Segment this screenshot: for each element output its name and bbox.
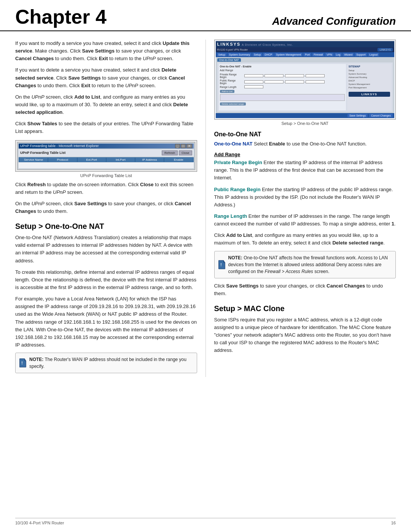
nat-intro: One-to-One NAT Select Enable to use the … [214, 140, 396, 148]
chapter-title: Chapter 4 [15, 7, 107, 27]
linksys-delete-btns: Delete selected range [220, 102, 345, 105]
private-input3[interactable] [285, 74, 304, 77]
nav-setup2[interactable]: Setup [252, 53, 262, 56]
private-input4[interactable] [306, 74, 325, 77]
note1-box: ! NOTE: The Router's WAN IP address shou… [15, 353, 197, 373]
cancel-changes-btn[interactable]: Cancel Changes [369, 114, 393, 117]
col-intport: Int.Port [107, 158, 135, 162]
add-to-list-btn[interactable]: Add to List [220, 90, 234, 93]
nav-logout[interactable]: Logout [368, 53, 379, 56]
sidebar-links: SetupSystem SummaryAdvanced RoutingDHCPS… [349, 69, 390, 89]
public-range-inputs: . . . [244, 80, 325, 83]
nat-para2: To create this relationship, define inte… [15, 268, 197, 291]
save-text: Click Save Settings to save your changes… [214, 282, 396, 297]
col-extport: Ext.Port [78, 158, 106, 162]
save-settings-btn[interactable]: Save Settings [347, 114, 368, 117]
upnp-toolbar: UPnP Forwarding Table List Refresh Close [19, 149, 194, 157]
para4: Click Show Tables to see the details of … [15, 120, 197, 135]
para3: On the UPnP screen, click Add to List, a… [15, 93, 197, 116]
page-header: Chapter 4 Advanced Configuration [0, 0, 411, 31]
linksys-subnav-tabs: One-to-One NAT [217, 58, 393, 62]
upnp-minimize[interactable]: _ [175, 144, 180, 148]
nat-para1: One-to-One NAT (Network Address Translat… [15, 234, 197, 265]
delete-range-btn[interactable]: Delete selected range [220, 102, 246, 105]
page-footer: 10/100 4-Port VPN Router 16 [15, 518, 396, 525]
linksys-logo-small: LINKSYS [349, 92, 390, 97]
public-input4[interactable] [306, 80, 325, 83]
col-ip: IP Address [135, 158, 164, 162]
linksys-nav: Setup System Summary Setup DHCP System M… [216, 52, 395, 57]
footer-left: 10/100 4-Port VPN Router [15, 521, 64, 525]
range-length-input[interactable] [244, 85, 263, 88]
nav-firewall[interactable]: Firewall [312, 53, 324, 56]
right-column: LINKSYS A Division of Cisco Systems, Inc… [206, 40, 396, 377]
private-range-text: Private Range Begin Enter the starting I… [214, 159, 396, 182]
add-range-heading: Add Range [214, 152, 396, 157]
main-content: If you want to modify a service you have… [0, 31, 411, 392]
linksys-screenshot: LINKSYS A Division of Cisco Systems, Inc… [214, 40, 396, 120]
note2-box: ! NOTE: One-to-One NAT affects how the f… [214, 251, 396, 278]
linksys-action-btns: Add to List [220, 90, 345, 93]
linksys-form-row2: Public Range Begin . . . [220, 79, 345, 85]
nav-support[interactable]: Support [355, 53, 367, 56]
nav-port[interactable]: Port [303, 53, 311, 56]
linksys-subnav: One-to-One NAT One-to-One NAT - Enable A… [216, 57, 395, 113]
para5: Click Refresh to update the on-screen in… [15, 181, 197, 196]
nav-log[interactable]: Log [335, 53, 342, 56]
upnp-title: UPnP Forwarding table - Microsoft Intern… [20, 144, 99, 148]
subnav-one-to-one[interactable]: One-to-One NAT [217, 58, 241, 62]
upnp-table-body [19, 162, 194, 168]
private-input2[interactable] [264, 74, 284, 77]
upnp-btns: Refresh Close [162, 150, 192, 155]
add-list-text: Click Add to List, and configure as many… [214, 232, 396, 247]
para6: On the UPnP screen, click Save Settings … [15, 200, 197, 215]
mac-clone-text: Some ISPs require that you register a MA… [214, 316, 396, 355]
nat-section-heading: One-to-One NAT [214, 131, 396, 138]
nav-vpn[interactable]: VPN [325, 53, 333, 56]
nav-wizard[interactable]: Wizard [342, 53, 354, 56]
nav-system[interactable]: System Management [274, 53, 303, 56]
linksys-form-row1: Private Range Begin . . . [220, 73, 345, 78]
linksys-nat-title: One-to-One NAT - Enable [220, 65, 345, 68]
linksys-brand: LINKSYS A Division of Cisco Systems, Inc… [216, 41, 395, 47]
sidebar-label: SITEMAP [349, 65, 390, 68]
upnp-close[interactable]: ✕ [186, 144, 192, 148]
public-input3[interactable] [285, 80, 304, 83]
private-range-inputs: . . . [244, 74, 325, 77]
para1: If you want to modify a service you have… [15, 40, 197, 62]
nat-para3: For example, you have a Local Area Netwo… [15, 295, 197, 349]
public-range-text: Public Range Begin Enter the starting IP… [214, 186, 396, 209]
upnp-screenshot-inner: UPnP Forwarding table - Microsoft Intern… [17, 142, 195, 170]
upnp-screenshot: UPnP Forwarding table - Microsoft Intern… [15, 140, 197, 172]
nav-summary[interactable]: System Summary [228, 53, 252, 56]
close-btn[interactable]: Close [179, 150, 192, 155]
col-enable: Enable [164, 158, 193, 162]
nav-setup[interactable]: Setup [217, 53, 227, 56]
nav-dhcp[interactable]: DHCP [263, 53, 274, 56]
note1-text: NOTE: The Router's WAN IP address should… [29, 357, 186, 369]
public-input2[interactable] [264, 80, 284, 83]
private-input1[interactable] [244, 74, 263, 77]
svg-text:!: ! [220, 262, 221, 267]
public-input1[interactable] [244, 80, 263, 83]
form-label-range: Range Length [220, 86, 243, 88]
linksys-body: One-to-One NAT - Enable Add Range Privat… [217, 62, 393, 112]
upnp-label: UPnP Forwarding Table List [20, 151, 65, 155]
upnp-maximize[interactable]: □ [181, 144, 186, 148]
para2: If you want to delete a service you have… [15, 66, 197, 89]
form-label-private: Private Range Begin [220, 73, 243, 78]
note2-icon: ! [217, 260, 225, 270]
linksys-caption: Setup > One-to-One NAT [214, 121, 396, 126]
svg-text:!: ! [21, 361, 22, 365]
list-area [220, 94, 345, 101]
linksys-footer: Save Settings Cancel Changes [216, 113, 395, 118]
linksys-main-content: One-to-One NAT - Enable Add Range Privat… [219, 64, 346, 110]
col-protocol: Protocol [48, 158, 76, 162]
refresh-btn[interactable]: Refresh [162, 150, 178, 155]
section1-heading: Setup > One-to-One NAT [15, 222, 197, 231]
note2-text: NOTE: One-to-One NAT affects how the fir… [228, 255, 388, 274]
upnp-titlebar: UPnP Forwarding table - Microsoft Intern… [19, 144, 194, 149]
range-length-text: Range Length Enter the number of IP addr… [214, 212, 396, 228]
footer-right: 16 [391, 521, 396, 525]
linksys-sidebar: SITEMAP SetupSystem SummaryAdvanced Rout… [347, 64, 391, 110]
